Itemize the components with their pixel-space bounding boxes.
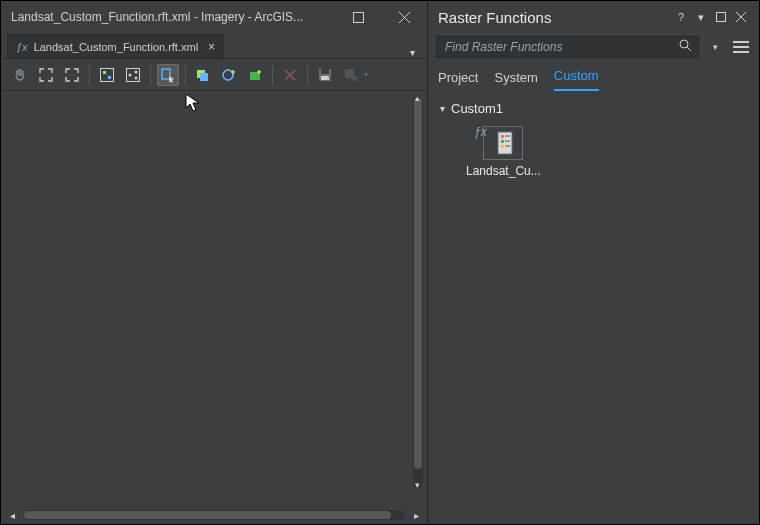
window-titlebar: Landsat_Custom_Function.rft.xml - Imager… — [1, 1, 427, 33]
svg-rect-31 — [498, 132, 512, 154]
svg-rect-6 — [127, 68, 140, 81]
panel-restore-button[interactable] — [711, 7, 731, 27]
svg-point-9 — [135, 76, 138, 79]
svg-rect-12 — [200, 73, 208, 81]
window-maximize-button[interactable] — [335, 1, 381, 33]
document-tab[interactable]: ƒx Landsat_Custom_Function.rft.xml × — [7, 34, 224, 58]
canvas-scroll-left[interactable]: ◂ — [5, 510, 19, 521]
search-icon[interactable] — [679, 39, 692, 55]
tree-node-label: Custom1 — [451, 101, 503, 116]
add-variable-button[interactable] — [244, 64, 266, 86]
svg-rect-23 — [321, 76, 329, 80]
panel-dropdown-button[interactable]: ▾ — [691, 7, 711, 27]
fx-icon: ƒx — [474, 125, 487, 139]
save-button[interactable] — [314, 64, 336, 86]
document-tab-close-button[interactable]: × — [204, 40, 215, 54]
svg-line-30 — [687, 47, 691, 51]
svg-rect-4 — [103, 71, 106, 74]
canvas-area: ▴ ▾ — [1, 91, 427, 508]
fit-extent-out-button[interactable] — [61, 64, 83, 86]
svg-rect-26 — [717, 13, 726, 22]
svg-rect-32 — [501, 135, 504, 138]
svg-point-8 — [135, 70, 138, 73]
svg-point-7 — [129, 73, 132, 76]
panel-help-button[interactable]: ? — [671, 7, 691, 27]
window-close-button[interactable] — [381, 1, 427, 33]
tree-node-custom1[interactable]: ▾ Custom1 — [440, 101, 747, 116]
function-tree: ▾ Custom1 ƒx — [428, 91, 759, 188]
fx-icon: ƒx — [16, 41, 28, 53]
svg-rect-0 — [353, 12, 363, 22]
panel-title: Raster Functions — [438, 9, 551, 26]
layout-tree-button[interactable] — [122, 64, 144, 86]
canvas-scroll-right[interactable]: ▸ — [409, 510, 423, 521]
horizontal-scrollbar[interactable] — [23, 510, 405, 520]
svg-rect-34 — [501, 145, 504, 148]
document-tab-label: Landsat_Custom_Function.rft.xml — [34, 41, 198, 53]
function-thumbnail: ƒx — [483, 126, 523, 160]
function-canvas[interactable] — [5, 91, 401, 508]
canvas-scroll-up[interactable]: ▴ — [411, 93, 423, 103]
svg-text:fx: fx — [352, 75, 358, 82]
svg-rect-10 — [162, 69, 170, 79]
tab-system[interactable]: System — [494, 70, 537, 91]
tab-project[interactable]: Project — [438, 70, 478, 91]
svg-rect-33 — [501, 140, 504, 143]
search-options-dropdown[interactable]: ▾ — [707, 36, 723, 58]
window-title: Landsat_Custom_Function.rft.xml - Imager… — [11, 10, 303, 24]
save-as-button[interactable]: fx — [340, 64, 362, 86]
search-field[interactable] — [436, 36, 699, 58]
tab-custom[interactable]: Custom — [554, 68, 599, 91]
add-raster-button[interactable] — [218, 64, 240, 86]
raster-functions-panel: Raster Functions ? ▾ ▾ Project System Cu… — [427, 1, 759, 524]
svg-rect-22 — [321, 69, 329, 74]
document-tab-bar: ƒx Landsat_Custom_Function.rft.xml × ▾ — [1, 33, 427, 59]
select-tool-button[interactable] — [157, 64, 179, 86]
chevron-down-icon: ▾ — [440, 103, 445, 114]
svg-rect-5 — [108, 76, 111, 79]
panel-menu-button[interactable] — [731, 41, 751, 53]
add-function-button[interactable] — [192, 64, 214, 86]
fit-extent-in-button[interactable] — [35, 64, 57, 86]
save-as-dropdown[interactable]: ▾ — [364, 70, 368, 79]
delete-button[interactable] — [279, 64, 301, 86]
function-item[interactable]: ƒx Landsat_Cu... — [466, 126, 540, 178]
auto-layout-button[interactable] — [96, 64, 118, 86]
search-input[interactable] — [443, 39, 679, 55]
vertical-scrollbar[interactable] — [413, 97, 423, 488]
editor-pane: Landsat_Custom_Function.rft.xml - Imager… — [1, 1, 427, 524]
svg-point-29 — [680, 40, 688, 48]
function-item-label: Landsat_Cu... — [466, 164, 540, 178]
editor-toolbar: fx ▾ — [1, 59, 427, 91]
pan-tool-button[interactable] — [9, 64, 31, 86]
svg-rect-3 — [101, 68, 114, 81]
panel-close-button[interactable] — [731, 7, 751, 27]
document-tab-dropdown[interactable]: ▾ — [410, 47, 415, 58]
canvas-scroll-down[interactable]: ▾ — [411, 480, 423, 490]
category-tabs: Project System Custom — [428, 61, 759, 91]
